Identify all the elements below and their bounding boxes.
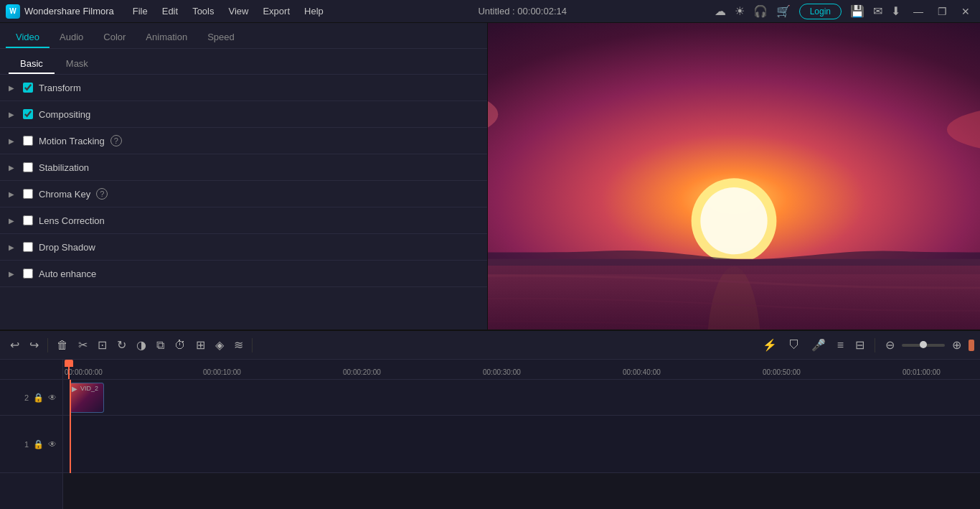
checkbox-compositing[interactable]: [23, 109, 33, 119]
undo-button[interactable]: ↩: [6, 335, 24, 355]
timeline-content: 2 🔒 👁 1 🔒 👁 00:00:00:00 00:00:10:00 00:0…: [0, 360, 980, 509]
project-title: Untitled : 00:00:02:14: [331, 6, 715, 17]
menu-tools[interactable]: Tools: [185, 3, 221, 19]
pip-button[interactable]: ⧉: [152, 336, 169, 355]
window-controls: — ❐ ✕: [909, 4, 974, 19]
menu-export[interactable]: Export: [255, 3, 297, 19]
svg-point-2: [700, 187, 767, 254]
checkbox-lens-correction[interactable]: [23, 215, 33, 225]
crop-button[interactable]: ⊡: [93, 335, 111, 355]
sun-icon[interactable]: ☀: [735, 4, 745, 18]
menu-edit[interactable]: Edit: [155, 3, 185, 19]
tab-color[interactable]: Color: [93, 27, 136, 48]
ruler-mark-1: 00:00:10:00: [203, 368, 241, 376]
checkbox-transform[interactable]: [23, 83, 33, 93]
prop-section-auto-enhance: ▶ Auto enhance: [0, 261, 487, 287]
timeline-ruler: 00:00:00:00 00:00:10:00 00:00:20:00 00:0…: [63, 360, 980, 380]
ruler-mark-3: 00:00:30:00: [483, 368, 521, 376]
prop-row-drop-shadow: ▶ Drop Shadow: [0, 234, 487, 260]
tracks-main[interactable]: 00:00:00:00 00:00:10:00 00:00:20:00 00:0…: [63, 360, 980, 509]
zoom-track[interactable]: [902, 344, 945, 347]
track-num-1: 1: [24, 440, 29, 449]
login-button[interactable]: Login: [799, 4, 842, 19]
track-eye-1[interactable]: 👁: [48, 439, 57, 449]
rotate-button[interactable]: ↻: [113, 335, 131, 355]
checkbox-auto-enhance[interactable]: [23, 268, 33, 279]
subtitle-button[interactable]: ⊟: [851, 335, 869, 355]
expand-stabilization[interactable]: ▶: [9, 164, 17, 172]
zoom-in-button[interactable]: ⊕: [948, 335, 966, 355]
expand-auto-enhance[interactable]: ▶: [9, 270, 17, 278]
track-lock-2[interactable]: 🔒: [33, 393, 44, 403]
speed-button[interactable]: ⏱: [170, 336, 190, 355]
menu-file[interactable]: File: [126, 3, 155, 19]
headphones-icon[interactable]: 🎧: [753, 4, 768, 18]
track-lane-2: ▶ VID_2: [63, 380, 980, 416]
tab-bar: Video Audio Color Animation Speed: [0, 23, 487, 49]
expand-drop-shadow[interactable]: ▶: [9, 243, 17, 251]
prop-row-chroma-key: ▶ Chroma Key ?: [0, 181, 487, 207]
tab-animation[interactable]: Animation: [136, 27, 197, 48]
video-clip[interactable]: ▶ VID_2: [70, 383, 104, 413]
checkbox-drop-shadow[interactable]: [23, 242, 33, 252]
toolbar-separator-1: [47, 338, 48, 352]
timeline-area: ↩ ↪ 🗑 ✂ ⊡ ↻ ◑ ⧉ ⏱ ⊞ ◈ ≋ ⚡ ⛉ 🎤 ≡ ⊟ ⊖ ⊕: [0, 330, 980, 509]
ruler-mark-6: 00:01:00:00: [903, 368, 941, 376]
expand-compositing[interactable]: ▶: [9, 111, 17, 118]
maximize-button[interactable]: ❐: [933, 4, 951, 19]
help-chroma-key[interactable]: ?: [96, 188, 108, 200]
ruler-mark-4: 00:00:40:00: [623, 368, 661, 376]
tab-speed[interactable]: Speed: [197, 27, 245, 48]
track-eye-2[interactable]: 👁: [48, 393, 57, 403]
toolbar-separator-3: [875, 338, 875, 352]
save-icon[interactable]: 💾: [850, 4, 864, 18]
ruler-mark-2: 00:00:20:00: [343, 368, 381, 376]
toolbar-right: ⚡ ⛉ 🎤 ≡ ⊟ ⊖ ⊕: [758, 335, 974, 355]
subtabs: Basic Mask: [0, 49, 487, 75]
mail-icon[interactable]: ✉: [873, 4, 882, 18]
tab-audio[interactable]: Audio: [50, 27, 93, 48]
fit-button[interactable]: ⊞: [192, 335, 209, 355]
color2-button[interactable]: ◈: [211, 335, 228, 355]
label-drop-shadow: Drop Shadow: [39, 242, 95, 253]
captions-button[interactable]: ≡: [833, 336, 848, 355]
delete-button[interactable]: 🗑: [52, 336, 72, 355]
track-header-1: 1 🔒 👁: [0, 416, 62, 473]
color-button[interactable]: ◑: [132, 335, 151, 355]
prop-row-compositing: ▶ Compositing: [0, 101, 487, 127]
ruler-spacer: [0, 360, 62, 380]
download-icon[interactable]: ⬇: [891, 4, 900, 18]
mic-button[interactable]: 🎤: [807, 335, 830, 355]
checkbox-stabilization[interactable]: [23, 162, 33, 172]
label-transform: Transform: [39, 83, 81, 93]
cloud-icon[interactable]: ☁: [715, 4, 726, 18]
redo-button[interactable]: ↪: [25, 335, 43, 355]
ai-button[interactable]: ⚡: [758, 335, 781, 355]
zoom-thumb[interactable]: [920, 341, 927, 348]
subtab-basic[interactable]: Basic: [9, 55, 55, 74]
expand-transform[interactable]: ▶: [9, 84, 17, 92]
playhead-top: [65, 360, 73, 367]
expand-lens-correction[interactable]: ▶: [9, 217, 17, 225]
expand-chroma-key[interactable]: ▶: [9, 190, 17, 198]
prop-section-drop-shadow: ▶ Drop Shadow: [0, 234, 487, 261]
minimize-button[interactable]: —: [909, 4, 928, 19]
shield-button[interactable]: ⛉: [784, 336, 804, 355]
menu-view[interactable]: View: [221, 3, 255, 19]
audio-button[interactable]: ≋: [230, 335, 248, 355]
tab-video[interactable]: Video: [6, 27, 50, 48]
zoom-out-button[interactable]: ⊖: [881, 335, 899, 355]
expand-motion-tracking[interactable]: ▶: [9, 137, 17, 145]
close-button[interactable]: ✕: [957, 4, 974, 19]
clip-play-icon: ▶: [72, 385, 77, 393]
subtab-mask[interactable]: Mask: [55, 55, 100, 74]
track-lock-1[interactable]: 🔒: [33, 439, 44, 449]
prop-row-auto-enhance: ▶ Auto enhance: [0, 261, 487, 286]
menu-help[interactable]: Help: [297, 3, 331, 19]
checkbox-chroma-key[interactable]: [23, 189, 33, 199]
scissors-button[interactable]: ✂: [74, 335, 92, 355]
label-lens-correction: Lens Correction: [39, 215, 105, 226]
help-motion-tracking[interactable]: ?: [110, 135, 122, 146]
cart-icon[interactable]: 🛒: [776, 4, 791, 18]
checkbox-motion-tracking[interactable]: [23, 136, 33, 146]
